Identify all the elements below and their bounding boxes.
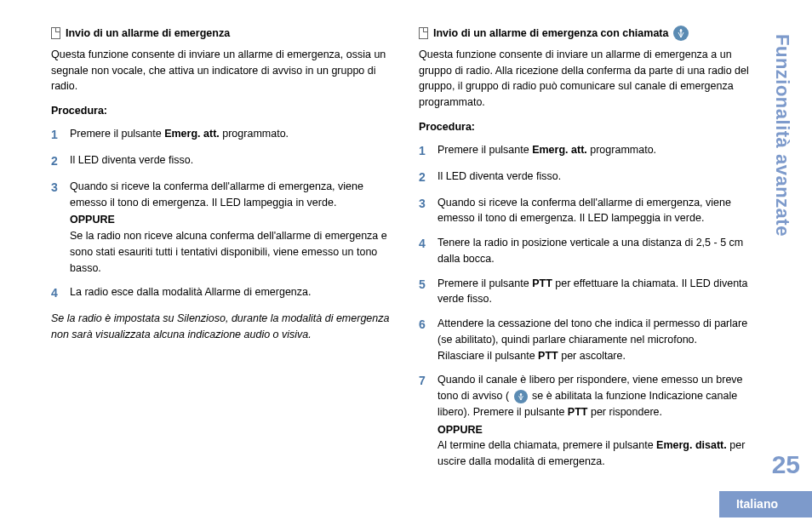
step-body: Premere il pulsante Emerg. att. programm… <box>70 126 393 142</box>
left-title-text: Invio di un allarme di emergenza <box>66 26 230 42</box>
right-proc-label: Procedura: <box>419 119 761 135</box>
left-section-title: Invio di un allarme di emergenza <box>51 26 393 42</box>
step-number: 2 <box>51 152 61 170</box>
step-body: Quando si riceve la conferma dell'allarm… <box>70 179 393 277</box>
right-title-text: Invio di un allarme di emergenza con chi… <box>433 26 668 42</box>
step-body: Il LED diventa verde fisso. <box>437 169 761 185</box>
step-number: 5 <box>419 276 429 294</box>
step-number: 6 <box>419 316 429 334</box>
step-number: 1 <box>51 126 61 144</box>
step-number: 3 <box>419 195 429 213</box>
step-number: 7 <box>419 372 429 390</box>
step-item: 2Il LED diventa verde fisso. <box>51 152 393 170</box>
left-note: Se la radio è impostata su Silenzioso, d… <box>51 311 393 343</box>
step-item: 3Quando si riceve la conferma dell'allar… <box>51 179 393 277</box>
left-steps: 1Premere il pulsante Emerg. att. program… <box>51 126 393 303</box>
step-item: 3Quando si riceve la conferma dell'allar… <box>419 195 761 227</box>
page-number: 25 <box>772 445 800 483</box>
left-column: Invio di un allarme di emergenza Questa … <box>51 26 393 478</box>
svg-point-3 <box>519 393 521 395</box>
step-body: Premere il pulsante Emerg. att. programm… <box>437 142 761 158</box>
step-item: 4Tenere la radio in posizione verticale … <box>419 235 761 267</box>
document-icon <box>51 27 60 39</box>
right-section-title: Invio di un allarme di emergenza con chi… <box>419 26 761 42</box>
step-item: 2Il LED diventa verde fisso. <box>419 169 761 186</box>
step-item: 4La radio esce dalla modalità Allarme di… <box>51 284 393 302</box>
step-number: 4 <box>51 284 61 302</box>
antenna-icon <box>514 390 528 403</box>
step-item: 1Premere il pulsante Emerg. att. program… <box>419 142 761 160</box>
right-steps: 1Premere il pulsante Emerg. att. program… <box>419 142 761 470</box>
step-number: 4 <box>419 235 429 253</box>
step-item: 6Attendere la cessazione del tono che in… <box>419 316 761 363</box>
right-column: Invio di un allarme di emergenza con chi… <box>419 26 761 478</box>
page-content: Invio di un allarme di emergenza Questa … <box>0 0 812 504</box>
section-sidebar-title: Funzionalità avanzate <box>769 34 797 237</box>
step-item: 1Premere il pulsante Emerg. att. program… <box>51 126 393 144</box>
left-proc-label: Procedura: <box>51 103 393 119</box>
step-body: Attendere la cessazione del tono che ind… <box>437 316 761 363</box>
step-body: Quando il canale è libero per rispondere… <box>437 372 761 470</box>
antenna-icon <box>673 26 689 41</box>
document-icon <box>419 27 428 39</box>
step-number: 1 <box>419 142 429 160</box>
step-body: La radio esce dalla modalità Allarme di … <box>70 284 393 300</box>
step-body: Tenere la radio in posizione verticale a… <box>437 235 761 267</box>
step-number: 2 <box>419 169 429 186</box>
svg-point-1 <box>680 30 683 32</box>
right-intro: Questa funzione consente di inviare un a… <box>419 47 761 111</box>
language-badge: Italiano <box>719 491 812 517</box>
step-number: 3 <box>51 179 61 197</box>
step-body: Premere il pulsante PTT per effettuare l… <box>437 276 761 308</box>
step-item: 7Quando il canale è libero per risponder… <box>419 372 761 470</box>
step-body: Il LED diventa verde fisso. <box>70 152 393 169</box>
step-item: 5Premere il pulsante PTT per effettuare … <box>419 276 761 308</box>
step-body: Quando si riceve la conferma dell'allarm… <box>437 195 761 227</box>
left-intro: Questa funzione consente di inviare un a… <box>51 47 393 94</box>
